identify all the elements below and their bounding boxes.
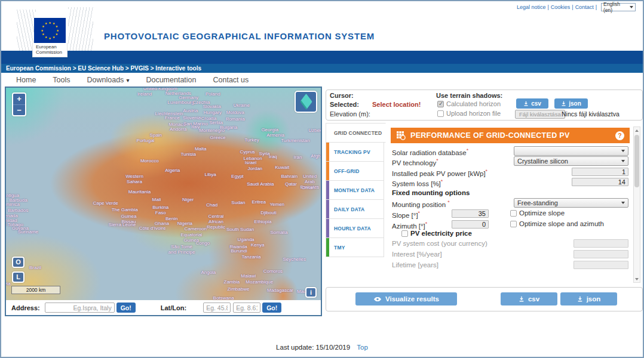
upload-horizon-checkbox[interactable] — [437, 110, 444, 117]
interest-input[interactable] — [574, 250, 628, 258]
map-country-label: Uzbekistan — [308, 127, 321, 132]
upload-horizon-row: Upload horizon file — [437, 110, 501, 117]
tab-item[interactable]: GRID CONNECTED — [326, 123, 386, 143]
calculated-horizon-checkbox[interactable] — [437, 101, 444, 107]
form-scrollbar[interactable] — [633, 126, 640, 283]
top-link-anchor[interactable]: Top — [357, 344, 368, 351]
help-icon[interactable]: ? — [615, 131, 624, 140]
lon-input[interactable] — [233, 303, 260, 313]
system-loss-row: System loss [%]* — [392, 177, 628, 187]
mounting-select[interactable]: Free-standing — [514, 198, 628, 208]
lifetime-input[interactable] — [574, 261, 628, 269]
pv-price-row: PV electricity price — [392, 229, 628, 239]
azimuth-input[interactable] — [452, 220, 489, 229]
file-status-text: Nincs fájl kiválasztva — [562, 110, 620, 118]
download-icon — [523, 101, 529, 106]
panel-header: PERFORMANCE OF GRID-CONNECTED PV ? — [391, 128, 630, 143]
map-country-label: Barbuda — [9, 197, 27, 202]
latlon-go-button[interactable]: Go! — [262, 303, 281, 313]
svg-text:★: ★ — [56, 32, 59, 36]
scroll-down-arrow[interactable] — [634, 276, 640, 282]
nav-link[interactable]: Home — [16, 76, 36, 84]
map-country-label: Israel — [245, 160, 257, 165]
svg-text:★: ★ — [48, 21, 51, 24]
nav-link[interactable]: Documentation — [146, 76, 196, 84]
pv-tech-row: PV technology* Crystalline silicon — [392, 156, 628, 166]
map-country-label: Guinea Bissau — [121, 214, 137, 224]
tab-item[interactable]: TMY — [326, 237, 384, 257]
pv-tech-select[interactable]: Crystalline silicon — [514, 156, 628, 166]
map-country-label: Cyprus — [240, 149, 255, 155]
peak-power-input[interactable] — [572, 168, 628, 176]
tab-item[interactable]: MONTHLY DATA — [326, 180, 384, 200]
page-title: PHOTOVOLTAIC GEOGRAPHICAL INFORMATION SY… — [104, 31, 375, 41]
address-input[interactable] — [45, 303, 115, 313]
map-country-label: Suriname — [18, 229, 38, 234]
slope-input[interactable] — [452, 209, 489, 218]
map-country-label: Qatar — [285, 181, 297, 186]
map-country-label: Monaco — [168, 121, 185, 126]
map-country-label: Romania — [226, 116, 245, 121]
overlay-toggle-button[interactable]: O — [12, 257, 24, 268]
scrollbar-thumb[interactable] — [634, 135, 639, 187]
nav-link[interactable]: Tools — [53, 76, 70, 84]
scroll-up-arrow[interactable] — [634, 127, 640, 134]
tab-item[interactable]: OFF-GRID — [326, 161, 384, 181]
map-country-label: Poland — [206, 91, 220, 96]
map-country-label: Austria — [183, 107, 198, 113]
tab-item[interactable]: HOURLY DATA — [326, 218, 384, 238]
logo-label: European Commission — [32, 43, 68, 57]
logo-decoration-right — [68, 7, 93, 54]
nav-link[interactable]: Contact us — [213, 76, 249, 84]
map-country-label: San Marino — [183, 121, 208, 126]
horizon-csv-button[interactable]: csv — [516, 98, 548, 109]
pv-price-checkbox[interactable] — [401, 230, 408, 237]
map-scale-bar: 2000 km — [11, 286, 60, 294]
map-country-label: Iraq — [269, 154, 277, 159]
visualize-results-button[interactable]: Visualize results — [355, 292, 457, 305]
system-loss-input[interactable] — [572, 178, 628, 186]
form-panel: PERFORMANCE OF GRID-CONNECTED PV ? Solar… — [391, 126, 630, 276]
tab-item[interactable]: TRACKING PV — [326, 142, 384, 162]
layers-button[interactable] — [295, 91, 317, 113]
top-link[interactable]: Contact — [575, 4, 594, 10]
zoom-out-button[interactable]: − — [13, 104, 25, 115]
system-cost-input[interactable] — [574, 239, 628, 248]
map-country-label: Mozambique — [246, 279, 273, 284]
file-choose-button[interactable]: Fájl kiválasztása — [515, 110, 565, 119]
map-country-label: Jordan — [248, 165, 262, 171]
map-country-label: Sierra Leone — [109, 222, 136, 227]
map-country-label: Yemen — [269, 202, 284, 207]
lat-input[interactable] — [203, 303, 231, 313]
horizon-json-button[interactable]: json — [554, 98, 588, 109]
solar-db-select[interactable] — [514, 146, 628, 156]
results-json-button[interactable]: json — [560, 292, 617, 305]
language-select[interactable]: English (en) — [601, 3, 636, 11]
selected-label: Selected: — [330, 101, 359, 108]
map-country-label: Portugal — [137, 138, 155, 143]
map-country-label: Bahrain — [281, 174, 298, 179]
elevation-label: Elevation (m): — [330, 110, 370, 118]
nav-link[interactable]: Downloads — [87, 76, 130, 84]
optimize-slope-checkbox[interactable] — [510, 210, 517, 217]
map-country-label: Seychelles — [283, 256, 306, 261]
map-country-label: Côte d'Ivoire — [139, 225, 166, 230]
tab-item[interactable]: DAILY DATA — [326, 199, 384, 219]
map-country-label: Saudi Arabia — [247, 181, 274, 186]
results-csv-button[interactable]: csv — [501, 292, 557, 305]
map-country-label: Italy — [191, 124, 200, 129]
last-update-text: Last update: 15/10/2019 — [276, 344, 350, 351]
interactive-map[interactable]: United KingdomIrelandNetherlandsPolandGe… — [6, 88, 321, 300]
top-link[interactable]: Cookies — [551, 4, 571, 10]
optimize-both-checkbox[interactable] — [510, 221, 517, 227]
top-link[interactable]: Legal notice — [517, 4, 546, 10]
labels-toggle-button[interactable]: L — [12, 271, 24, 283]
map-country-label: Armenia — [266, 132, 284, 138]
map-country-label: São Tomé and Príncipe — [168, 244, 195, 255]
address-go-button[interactable]: Go! — [116, 303, 136, 313]
attribution-info-button[interactable]: i — [305, 287, 317, 298]
zoom-in-button[interactable]: + — [13, 94, 25, 104]
main-nav: HomeToolsDownloadsDocumentationContact u… — [1, 73, 643, 87]
map-country-label: Comoros — [263, 268, 283, 273]
map-country-label: The Gambia — [112, 206, 138, 212]
